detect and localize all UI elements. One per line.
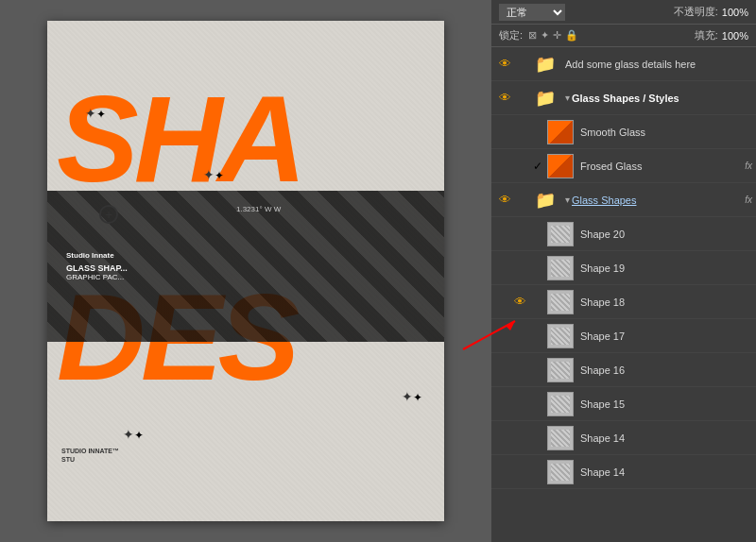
thumb-col <box>546 255 575 281</box>
panel-header: 正常 不透明度: 100% <box>491 0 756 25</box>
visibility-icon[interactable]: 👁 <box>514 295 526 309</box>
thumb-col <box>546 153 575 179</box>
layer-name: Shape 16 <box>580 364 756 376</box>
eye-col[interactable]: 👁 <box>507 465 533 479</box>
lock-pixels-icon[interactable]: ⊠ <box>528 29 537 42</box>
layer-name: Shape 19 <box>580 263 756 274</box>
eye-col[interactable]: 👁 <box>507 431 533 445</box>
layer-thumbnail <box>547 120 574 144</box>
eye-col[interactable]: 👁 <box>507 295 533 309</box>
fill-row: 填充: 100% <box>695 28 748 42</box>
layer-row[interactable]: 👁 Shape 17 <box>491 319 756 353</box>
eye-col[interactable]: 👁 <box>491 193 518 207</box>
visibility-icon[interactable]: 👁 <box>514 465 526 479</box>
layer-thumbnail <box>547 290 574 314</box>
layer-thumbnail <box>547 358 574 382</box>
opacity-label: 不透明度: <box>674 5 718 19</box>
layer-row[interactable]: 👁 Shape 14 <box>491 455 756 489</box>
thumb-col <box>546 289 575 315</box>
layer-thumbnail <box>547 256 574 280</box>
layer-row[interactable]: 👁 Shape 15 <box>491 387 756 421</box>
thumb-col <box>546 459 575 485</box>
visibility-icon[interactable]: 👁 <box>514 261 526 275</box>
link-col: ✓ <box>533 160 546 173</box>
visibility-icon[interactable]: 👁 <box>514 227 526 241</box>
layer-row[interactable]: 👁 Shape 14 <box>491 421 756 455</box>
thumb-col <box>546 425 575 451</box>
layer-thumbnail: 📁 <box>532 188 558 212</box>
blend-mode-select[interactable]: 正常 <box>499 4 565 21</box>
visibility-icon[interactable]: 👁 <box>514 329 526 343</box>
crosshair-decoration-4: ✦ <box>123 427 138 442</box>
folder-icon: 📁 <box>535 88 556 109</box>
layer-name: Shape 15 <box>580 398 756 410</box>
layers-list[interactable]: 👁 📁 Add some glass details here 👁 📁 ▾ <box>491 47 756 542</box>
eye-col[interactable]: 👁 <box>507 363 533 377</box>
layer-name: Shape 14 <box>580 466 756 478</box>
crosshair-decoration-2: ✦ <box>203 167 218 182</box>
layer-name: Shape 18 <box>580 296 756 308</box>
group-expand-arrow[interactable]: ▾ <box>565 195 570 205</box>
lock-label: 锁定: <box>499 28 523 42</box>
layer-thumbnail <box>547 324 574 348</box>
eye-col[interactable]: 👁 <box>507 125 533 139</box>
layer-row[interactable]: 👁 ✓ Frosed Glass fx <box>491 149 756 183</box>
layer-name: Add some glass details here <box>565 59 756 70</box>
layer-row[interactable]: 👁 Smooth Glass <box>491 115 756 149</box>
folder-icon: 📁 <box>535 54 556 75</box>
thumb-col: 📁 <box>531 187 559 213</box>
visibility-icon[interactable]: 👁 <box>514 159 526 173</box>
layer-thumbnail <box>547 222 574 246</box>
visibility-icon[interactable]: 👁 <box>499 193 511 207</box>
lock-move-icon[interactable]: ✛ <box>553 29 561 42</box>
fx-badge: fx <box>745 161 752 171</box>
thumb-col <box>546 119 575 145</box>
visibility-icon[interactable]: 👁 <box>499 91 511 105</box>
layer-row[interactable]: 👁 📁 ▾ Glass Shapes / Styles <box>491 81 756 115</box>
visibility-icon[interactable]: 👁 <box>514 431 526 445</box>
layer-row[interactable]: 👁 Shape 20 <box>491 217 756 251</box>
thumb-col: 📁 <box>531 51 559 77</box>
eye-col[interactable]: 👁 <box>507 261 533 275</box>
layer-name: Frosed Glass <box>580 161 745 172</box>
eye-col[interactable]: 👁 <box>491 57 518 71</box>
visibility-icon[interactable]: 👁 <box>514 363 526 377</box>
crosshair-decoration-3: ✦ <box>402 389 417 404</box>
layer-name: Smooth Glass <box>580 127 752 138</box>
layer-name: Glass Shapes / Styles <box>572 93 756 104</box>
eye-col[interactable]: 👁 <box>507 329 533 343</box>
glass-shapes-label: GLASS SHAP... <box>66 263 425 273</box>
coord-text: 1.3231° W W <box>236 205 281 213</box>
eye-col[interactable]: 👁 <box>507 397 533 411</box>
layer-row[interactable]: 👁 Shape 19 <box>491 251 756 285</box>
layer-thumbnail: 📁 <box>532 52 558 76</box>
target-circle <box>99 205 118 224</box>
layers-panel: 正常 不透明度: 100% 锁定: ⊠ ✦ ✛ 🔒 填充: 100% 👁 <box>491 0 756 542</box>
studio-innate-bottom: STUDIO INNATE™ <box>61 448 119 454</box>
layer-name: Shape 14 <box>580 432 756 444</box>
layer-row[interactable]: 👁 📁 Add some glass details here <box>491 47 756 81</box>
visibility-icon[interactable]: 👁 <box>514 397 526 411</box>
stu-label: STU <box>61 456 119 463</box>
eye-col[interactable]: 👁 <box>491 91 518 105</box>
opacity-value: 100% <box>722 7 748 18</box>
fx-badge: fx <box>745 195 752 205</box>
layer-row[interactable]: 👁 Shape 18 <box>491 285 756 319</box>
layer-thumbnail <box>547 426 574 450</box>
crosshair-decoration-1: ✦ <box>85 106 100 121</box>
eye-col[interactable]: 👁 <box>507 227 533 241</box>
lock-position-icon[interactable]: ✦ <box>541 29 549 42</box>
thumb-col <box>546 391 575 417</box>
folder-icon: 📁 <box>535 190 556 211</box>
layer-row[interactable]: 👁 📁 ▾ Glass Shapes fx <box>491 183 756 217</box>
visibility-icon[interactable]: 👁 <box>514 125 526 139</box>
layer-row[interactable]: 👁 Shape 16 <box>491 353 756 387</box>
eye-col[interactable]: 👁 <box>507 159 533 173</box>
layer-name: Shape 17 <box>580 330 756 342</box>
sha-text: SHA <box>57 77 301 200</box>
lock-all-icon[interactable]: 🔒 <box>565 29 578 42</box>
visibility-icon[interactable]: 👁 <box>499 57 511 71</box>
fill-label: 填充: <box>695 28 718 42</box>
thumb-col <box>546 323 575 349</box>
group-expand-arrow[interactable]: ▾ <box>565 93 570 103</box>
